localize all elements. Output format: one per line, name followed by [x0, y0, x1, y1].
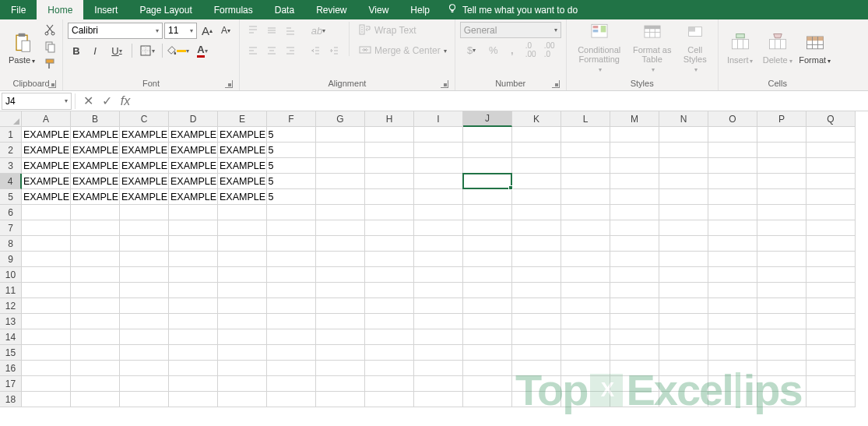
cell[interactable]	[71, 329, 120, 345]
cell[interactable]	[365, 345, 414, 361]
cell[interactable]	[659, 314, 708, 329]
cell[interactable]	[561, 283, 610, 298]
cell[interactable]	[267, 345, 316, 361]
cell[interactable]: EXAMPLE	[71, 189, 120, 205]
cell[interactable]	[22, 345, 71, 361]
cell[interactable]	[365, 376, 414, 392]
cell[interactable]	[561, 376, 610, 392]
cell[interactable]	[512, 345, 561, 361]
cell[interactable]	[757, 298, 807, 314]
column-header-E[interactable]: E	[218, 111, 267, 127]
cell[interactable]	[267, 298, 316, 314]
cell[interactable]	[414, 174, 463, 189]
cell[interactable]	[120, 392, 169, 407]
column-header-J[interactable]: J	[463, 111, 512, 127]
percent-button[interactable]: %	[485, 41, 502, 58]
cell[interactable]	[169, 220, 218, 236]
row-header-8[interactable]: 8	[0, 236, 22, 252]
cell[interactable]	[659, 127, 708, 143]
cell[interactable]: EXAMPLE	[169, 127, 218, 143]
cell[interactable]	[610, 143, 659, 158]
cell[interactable]	[22, 314, 71, 329]
cell[interactable]: EXAMPLE	[22, 158, 71, 174]
cell[interactable]	[807, 252, 856, 267]
cell[interactable]	[708, 205, 757, 220]
cell[interactable]	[610, 298, 659, 314]
cell[interactable]	[22, 376, 71, 392]
cell[interactable]	[610, 127, 659, 143]
cell[interactable]	[561, 127, 610, 143]
cell[interactable]	[757, 127, 807, 143]
cell[interactable]	[708, 143, 757, 158]
cell[interactable]	[512, 298, 561, 314]
column-header-L[interactable]: L	[561, 111, 610, 127]
cell[interactable]	[316, 189, 365, 205]
cell[interactable]	[463, 392, 512, 407]
cell[interactable]	[610, 220, 659, 236]
cell[interactable]	[71, 361, 120, 376]
cell[interactable]	[463, 345, 512, 361]
cell[interactable]	[757, 143, 807, 158]
cell[interactable]	[169, 392, 218, 407]
cell[interactable]	[757, 361, 807, 376]
cell[interactable]	[512, 361, 561, 376]
column-header-P[interactable]: P	[757, 111, 807, 127]
row-header-7[interactable]: 7	[0, 220, 22, 236]
cell[interactable]	[807, 220, 856, 236]
cell[interactable]	[169, 283, 218, 298]
cell[interactable]	[512, 236, 561, 252]
cell[interactable]	[610, 314, 659, 329]
cell[interactable]	[807, 298, 856, 314]
cell[interactable]	[316, 205, 365, 220]
cell[interactable]	[218, 252, 267, 267]
underline-button[interactable]: U ▾	[105, 42, 128, 59]
cell[interactable]	[267, 283, 316, 298]
cell[interactable]	[561, 158, 610, 174]
decrease-font-button[interactable]: A▾	[217, 22, 234, 39]
format-cells-button[interactable]: Format▾	[798, 22, 832, 73]
currency-button[interactable]: $ ▾	[460, 41, 483, 58]
cell[interactable]	[708, 220, 757, 236]
column-header-N[interactable]: N	[659, 111, 708, 127]
row-header-13[interactable]: 13	[0, 314, 22, 329]
decrease-indent-button[interactable]	[307, 42, 324, 59]
cell[interactable]	[22, 392, 71, 407]
cell[interactable]	[267, 143, 316, 158]
name-box[interactable]: J4▾	[2, 93, 72, 110]
column-header-F[interactable]: F	[267, 111, 316, 127]
cell[interactable]	[267, 189, 316, 205]
cell[interactable]	[708, 252, 757, 267]
row-header-9[interactable]: 9	[0, 252, 22, 267]
cell[interactable]	[708, 298, 757, 314]
cell[interactable]	[708, 329, 757, 345]
cell[interactable]	[463, 329, 512, 345]
tab-review[interactable]: Review	[305, 0, 357, 19]
cell[interactable]	[218, 298, 267, 314]
cell[interactable]	[316, 158, 365, 174]
row-header-12[interactable]: 12	[0, 298, 22, 314]
cell[interactable]	[267, 376, 316, 392]
cell[interactable]	[365, 205, 414, 220]
cell[interactable]	[708, 361, 757, 376]
cell[interactable]	[708, 158, 757, 174]
cell[interactable]	[169, 376, 218, 392]
cell[interactable]: EXAMPLE	[169, 189, 218, 205]
cell[interactable]	[71, 314, 120, 329]
cell[interactable]: EXAMPLE	[120, 189, 169, 205]
cell[interactable]	[463, 361, 512, 376]
cell[interactable]	[365, 392, 414, 407]
cell[interactable]: EXAMPLE	[169, 158, 218, 174]
cell[interactable]	[610, 329, 659, 345]
cell[interactable]	[316, 174, 365, 189]
paste-button[interactable]: Paste▾	[5, 22, 39, 73]
cell[interactable]	[463, 267, 512, 283]
cell[interactable]	[365, 127, 414, 143]
cell[interactable]	[807, 158, 856, 174]
column-header-M[interactable]: M	[610, 111, 659, 127]
row-header-10[interactable]: 10	[0, 267, 22, 283]
cell[interactable]	[316, 314, 365, 329]
cell[interactable]	[218, 361, 267, 376]
cell[interactable]	[659, 376, 708, 392]
cell[interactable]: EXAMPLE 5	[218, 189, 267, 205]
tab-data[interactable]: Data	[264, 0, 305, 19]
